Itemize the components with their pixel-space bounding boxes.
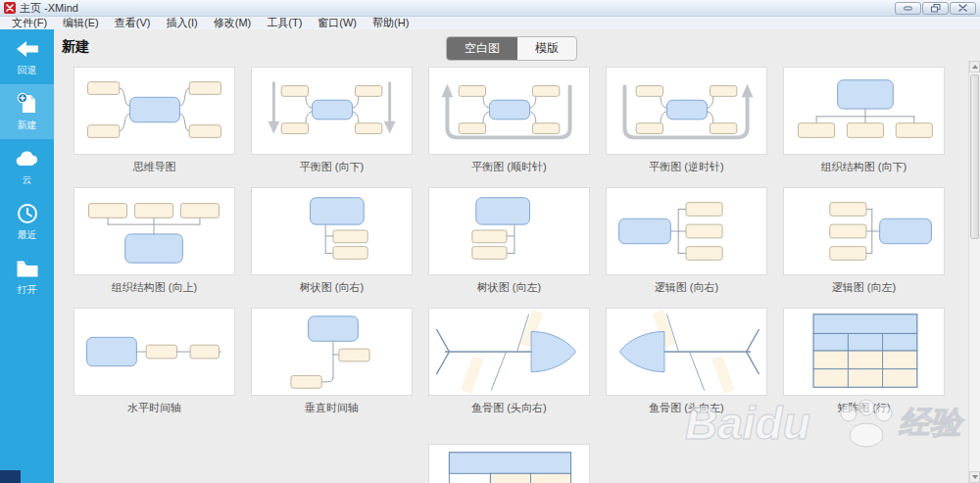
clock-icon [17,202,38,225]
scroll-down-icon[interactable] [969,471,980,483]
sidebar-item-recent[interactable]: 最近 [0,194,54,249]
close-button[interactable] [950,2,976,15]
page-header: 新建 空白图 模版 [54,29,980,61]
template-label: 平衡图 (逆时针) [606,160,767,173]
template-thumbnail-balance-ccw[interactable] [606,67,767,155]
template-thumbnail-mindmap[interactable] [74,67,235,155]
template-card-logic-left[interactable]: 逻辑图 (向左) [783,187,945,294]
sidebar: 回退新建云最近打开 [0,29,54,483]
template-thumbnail-org-down[interactable] [783,67,945,155]
restore-button[interactable] [922,2,949,15]
menu-item-7[interactable]: 窗口(W) [310,16,365,30]
template-label: 树状图 (向右) [251,280,413,294]
template-thumbnail-fishbone-left[interactable] [606,308,767,396]
sidebar-item-label: 打开 [18,283,37,297]
menu-item-5[interactable]: 修改(M) [206,16,260,30]
menu-item-6[interactable]: 工具(T) [259,16,310,30]
template-thumbnail-logic-left[interactable] [783,187,945,275]
taskbar-corner [0,470,21,483]
template-card-tree-left[interactable]: 树状图 (向左) [428,187,590,294]
template-grid: 思维导图平衡图 (向下)平衡图 (顺时针)平衡图 (逆时针)组织结构图 (向下)… [74,67,951,414]
menu-item-2[interactable]: 编辑(E) [55,16,107,30]
sidebar-item-back[interactable]: 回退 [0,29,54,84]
new-document-icon [16,92,39,116]
template-card-org-down[interactable]: 组织结构图 (向下) [783,67,945,173]
scroll-up-icon[interactable] [969,61,980,72]
template-card-timeline-v[interactable]: 垂直时间轴 [251,308,413,414]
sidebar-item-label: 回退 [18,64,37,77]
title-bar: 主页 -XMind [0,0,980,17]
view-tabs: 空白图 模版 [446,36,577,61]
template-thumbnail-matrix[interactable] [783,308,945,396]
template-card-logic-right[interactable]: 逻辑图 (向右) [606,187,767,294]
template-card-partial[interactable] [428,444,590,483]
page-title: 新建 [62,38,89,56]
template-card-mindmap[interactable]: 思维导图 [74,67,235,173]
template-label: 逻辑图 (向右) [606,280,767,294]
template-label: 鱼骨图 (头向右) [428,401,590,414]
template-thumbnail-tree-left[interactable] [428,187,590,275]
template-label: 平衡图 (顺时针) [428,160,590,173]
tab-templates[interactable]: 模版 [517,37,576,60]
template-thumbnail-timeline-v[interactable] [251,308,413,396]
template-label: 树状图 (向左) [428,280,590,294]
minimize-button[interactable] [895,2,921,15]
template-card-fishbone-right[interactable]: 鱼骨图 (头向右) [428,308,590,414]
sidebar-item-label: 云 [23,173,32,187]
template-thumbnail-tree-right[interactable] [251,187,413,275]
template-label: 组织结构图 (向上) [74,280,235,294]
sidebar-item-new[interactable]: 新建 [0,84,54,139]
template-card-timeline-h[interactable]: 水平时间轴 [74,308,235,414]
template-thumbnail-balance-cw[interactable] [428,67,590,155]
back-arrow-icon [15,37,40,61]
template-label: 组织结构图 (向下) [783,160,945,173]
menu-item-1[interactable]: 文件(F) [4,16,55,30]
template-thumbnail-fishbone-right[interactable] [428,308,590,396]
window-title: 主页 -XMind [20,1,895,16]
template-thumbnail-timeline-h[interactable] [74,308,235,396]
template-label: 水平时间轴 [74,401,235,414]
menu-item-4[interactable]: 插入(I) [158,16,205,30]
scrollbar-thumb[interactable] [970,74,979,239]
template-card-balance-cw[interactable]: 平衡图 (顺时针) [428,67,590,173]
template-label: 矩阵图 (行) [783,401,945,414]
sidebar-item-label: 新建 [18,119,37,132]
sidebar-item-label: 最近 [18,228,37,242]
template-label: 平衡图 (向下) [251,160,413,173]
template-card-balance-ccw[interactable]: 平衡图 (逆时针) [606,67,767,173]
template-card-org-up[interactable]: 组织结构图 (向上) [74,187,235,294]
main-panel: 新建 空白图 模版 思维导图平衡图 (向下)平衡图 (顺时针)平衡图 (逆时针)… [54,29,980,483]
template-card-balance-down[interactable]: 平衡图 (向下) [251,67,413,173]
template-card-tree-right[interactable]: 树状图 (向右) [251,187,413,294]
template-label: 鱼骨图 (头向左) [606,401,767,414]
template-card-matrix[interactable]: 矩阵图 (行) [783,308,945,414]
window-controls [895,2,976,15]
menu-item-8[interactable]: 帮助(H) [365,16,416,30]
template-thumbnail-org-up[interactable] [74,187,235,275]
sidebar-item-cloud[interactable]: 云 [0,139,54,194]
vertical-scrollbar[interactable] [968,61,980,483]
template-label: 逻辑图 (向左) [783,280,945,294]
menu-bar: 文件(F)编辑(E)查看(V)插入(I)修改(M)工具(T)窗口(W)帮助(H) [0,17,980,30]
template-card-fishbone-left[interactable]: 鱼骨图 (头向左) [606,308,767,414]
template-label: 垂直时间轴 [251,401,413,414]
folder-icon [16,257,39,280]
sidebar-item-open[interactable]: 打开 [0,249,54,304]
template-label: 思维导图 [74,160,235,173]
template-thumbnail-logic-right[interactable] [606,187,767,275]
template-thumbnail-balance-down[interactable] [251,67,413,155]
cloud-icon [15,147,40,170]
template-thumbnail-matrix-partial[interactable] [428,444,590,483]
tab-blank-map[interactable]: 空白图 [447,37,517,60]
menu-item-3[interactable]: 查看(V) [107,16,159,30]
xmind-logo-icon [4,2,16,14]
